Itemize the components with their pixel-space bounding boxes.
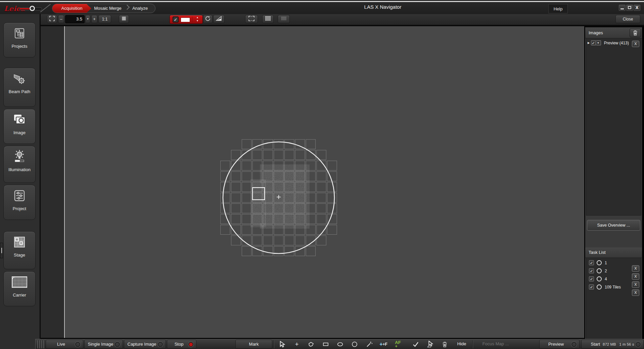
panel-collapse-handle[interactable] (0, 243, 3, 258)
sidebar-item-label: Project (4, 206, 35, 214)
tab-mosaic-merge[interactable]: Mosaic Merge (92, 4, 124, 13)
focus-f-label: +F (383, 342, 387, 347)
close-window-button[interactable]: X (634, 5, 640, 11)
image-list-item[interactable]: ▶ ✓▼ Preview (413) X (586, 40, 641, 48)
remove-task-button[interactable]: X (632, 289, 639, 296)
sidebar-item-projects[interactable]: Projects (3, 23, 36, 57)
hide-button[interactable]: Hide (452, 340, 471, 349)
tile-frame-button[interactable] (245, 15, 258, 23)
sidebar-item-image[interactable]: Image (3, 109, 36, 144)
task-checkbox[interactable]: ✓ (589, 276, 594, 281)
preview-indicator (571, 342, 577, 347)
show-positions-button[interactable] (278, 15, 290, 23)
tab-analyze[interactable]: Analyze (125, 4, 155, 13)
refresh-button[interactable] (203, 15, 213, 23)
task-row[interactable]: ✓4 X (589, 276, 641, 283)
camera-icon (4, 109, 35, 130)
apply-check-button[interactable] (409, 340, 422, 349)
task-checkbox[interactable]: ✓ (589, 268, 594, 273)
grip-bar (43, 340, 44, 348)
sidebar-item-beam-path[interactable]: Beam Path (3, 68, 36, 107)
image-visibility-checkbox[interactable]: ✓ (591, 40, 596, 45)
overview-slider-knob[interactable] (30, 6, 35, 11)
stage-map[interactable] (41, 26, 584, 338)
grip-bar (37, 340, 38, 348)
stop-indicator (188, 342, 193, 347)
task-status-ring (597, 276, 602, 281)
ellipse-icon (337, 341, 343, 347)
cursor-all-icon: ALL (427, 341, 433, 348)
show-tiles-button[interactable] (262, 15, 274, 23)
sidebar-item-label: Carrier (4, 293, 35, 300)
stage-overview-canvas[interactable] (41, 26, 584, 338)
sidebar-item-project[interactable]: Project (3, 185, 36, 220)
ellipse-tool-button[interactable] (333, 340, 347, 349)
refresh-icon (205, 15, 211, 22)
sidebar-item-stage[interactable]: Stage (3, 231, 36, 269)
stop-button[interactable]: Stop (167, 340, 196, 349)
frame-color-button[interactable] (119, 15, 129, 23)
expand-arrow-icon[interactable]: ▶ (588, 41, 590, 44)
close-navigator-button[interactable]: Close (615, 15, 640, 23)
zoom-in-button[interactable]: + (91, 15, 97, 23)
pointer-tool-button[interactable] (276, 340, 289, 349)
delete-marks-button[interactable] (438, 340, 451, 349)
capture-image-button[interactable]: Capture Image (124, 340, 166, 349)
sidebar-item-label: Image (4, 130, 35, 138)
start-button[interactable]: Start872 MB 1 m 56 s (581, 340, 644, 349)
help-button[interactable]: Help (548, 4, 568, 13)
overlay-color-swatch[interactable] (181, 17, 190, 22)
task-checkbox[interactable]: ✓ (589, 260, 594, 265)
overlay-spinner[interactable]: ▲ ▼ (194, 16, 201, 23)
check-icon (412, 341, 419, 347)
sliders-icon (4, 185, 35, 206)
save-overview-button[interactable]: Save Overview ... (587, 220, 640, 231)
zoom-value-field[interactable]: 3.5 (65, 15, 85, 23)
sidebar-item-label: Stage (4, 253, 35, 260)
select-all-tool-button[interactable]: ALL (423, 340, 437, 349)
task-status-ring (597, 260, 602, 265)
zoom-dropdown-button[interactable]: ▼ (85, 15, 90, 23)
task-row[interactable]: ✓1 X (589, 260, 641, 267)
add-position-tool-button[interactable]: + (290, 340, 304, 349)
task-row[interactable]: ✓2 X (589, 268, 641, 275)
task-checkbox[interactable]: ✓ (589, 284, 594, 289)
delete-images-button[interactable] (630, 29, 641, 37)
tab-acquisition[interactable]: Acquisition (52, 4, 91, 13)
divider (192, 16, 192, 23)
fit-to-screen-button[interactable] (47, 15, 57, 23)
overlay-checkbox[interactable]: ✓ (173, 16, 179, 23)
circle-tool-button[interactable] (348, 340, 361, 349)
task-list-header: Task List (585, 247, 642, 258)
title-bar: Leica Acquisition Mosaic Merge Analyze L… (0, 0, 644, 15)
add-focus-point-button[interactable]: ++F (377, 340, 390, 349)
minimize-icon (620, 8, 624, 9)
spin-up-icon[interactable]: ▲ (194, 16, 201, 19)
divider (274, 340, 274, 348)
focus-plus-icon: + (379, 341, 382, 347)
zoom-out-button[interactable]: – (58, 15, 64, 23)
maximize-button[interactable] (626, 5, 633, 11)
polygon-tool-button[interactable] (305, 340, 318, 349)
image-dropdown-button[interactable]: ▼ (596, 40, 601, 45)
dense-grid-icon (265, 15, 271, 22)
preview-button[interactable]: Preview (539, 340, 580, 349)
spin-down-icon[interactable]: ▼ (194, 19, 201, 23)
single-image-button[interactable]: Single Image (84, 340, 123, 349)
sidebar-item-illumination[interactable]: Illumination (3, 146, 36, 183)
image-item-label: Preview (413) (604, 41, 629, 45)
projects-icon (4, 23, 35, 44)
minimize-button[interactable] (619, 5, 626, 11)
mark-button[interactable]: Mark (235, 340, 272, 349)
remove-image-button[interactable]: X (632, 41, 639, 47)
rectangle-tool-button[interactable] (319, 340, 332, 349)
wand-tool-button[interactable] (362, 340, 376, 349)
sidebar-item-carrier[interactable]: Carrier (3, 271, 36, 306)
autofocus-button[interactable]: AF+ (391, 340, 405, 349)
start-time: 1 m 56 s (619, 342, 634, 346)
one-to-one-button[interactable]: 1:1 (98, 15, 111, 23)
shading-correction-button[interactable] (213, 15, 225, 23)
task-row[interactable]: ✓109 Tiles X (589, 284, 641, 291)
live-button[interactable]: Live (46, 340, 83, 349)
magic-wand-icon (366, 341, 372, 348)
